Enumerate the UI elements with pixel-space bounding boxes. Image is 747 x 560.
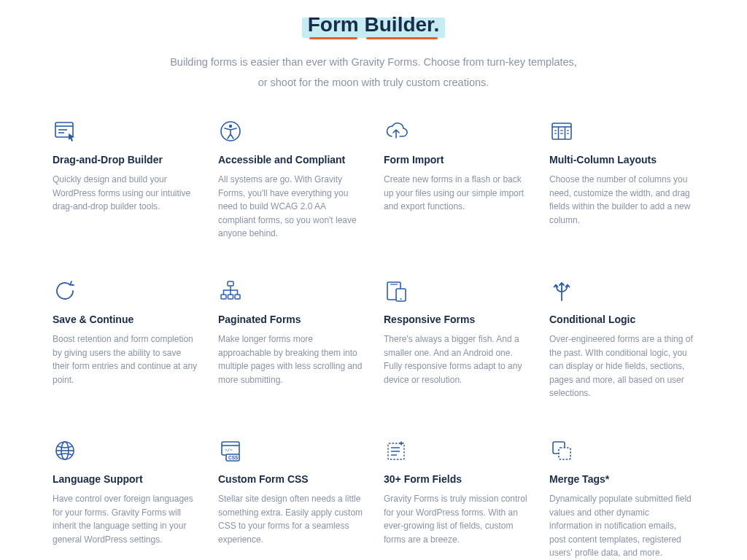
form-fields-icon [384,438,409,463]
feature-title: Accessible and Compliant [218,154,363,166]
css-window-icon [218,438,243,463]
feature-title: Custom Form CSS [218,473,363,485]
feature-card: Conditional LogicOver-engineered forms a… [549,279,694,400]
feature-title: Merge Tags* [549,473,694,485]
feature-card: Merge Tags*Dynamically populate submitte… [549,438,694,560]
page-title: Form Builder. [303,10,444,39]
feature-card: Language SupportHave control over foreig… [53,438,198,560]
feature-card: Custom Form CSSStellar site design often… [218,438,363,560]
page-subtitle: Building forms is easier than ever with … [169,52,578,93]
feature-description: There's always a bigger fish. And a smal… [384,332,529,386]
feature-description: Boost retention and form completion by g… [53,332,198,386]
feature-description: Dynamically populate submitted field val… [549,492,694,560]
feature-description: Choose the number of columns you need, c… [549,173,694,227]
feature-card: Multi-Column LayoutsChoose the number of… [549,119,694,241]
feature-title: Form Import [384,154,529,166]
save-refresh-icon [53,279,77,303]
feature-description: All systems are go. With Gravity Forms, … [218,173,363,241]
feature-card: Accessible and CompliantAll systems are … [218,119,363,241]
accessibility-icon [218,119,243,144]
feature-description: Make longer forms more approachable by b… [218,332,363,386]
feature-title: 30+ Form Fields [384,473,529,485]
cloud-upload-icon [384,119,409,144]
feature-title: Paginated Forms [218,314,363,325]
feature-card: 30+ Form FieldsGravity Forms is truly mi… [384,438,529,560]
feature-card: Form ImportCreate new forms in a flash o… [384,119,529,241]
feature-title: Conditional Logic [549,314,694,325]
feature-description: Create new forms in a flash or back up y… [384,173,529,214]
feature-title: Save & Continue [53,314,198,325]
feature-description: Quickly design and build your WordPress … [53,173,198,214]
feature-card: Responsive FormsThere's always a bigger … [384,279,529,400]
feature-description: Gravity Forms is truly mission control f… [384,492,529,546]
feature-description: Stellar site design often needs a little… [218,492,363,546]
features-grid: Drag-and-Drop BuilderQuickly design and … [53,119,694,560]
title-word-2: Builder. [365,13,440,36]
branching-arrows-icon [549,279,574,303]
responsive-devices-icon [384,279,409,303]
drag-drop-builder-icon [53,119,77,144]
title-word-1: Form [308,13,359,36]
feature-card: Drag-and-Drop BuilderQuickly design and … [53,119,198,241]
feature-title: Responsive Forms [384,314,529,325]
feature-card: Paginated FormsMake longer forms more ap… [218,279,363,400]
hero-section: Form Builder. Building forms is easier t… [53,10,694,93]
feature-card: Save & ContinueBoost retention and form … [53,279,198,400]
feature-title: Multi-Column Layouts [549,154,694,166]
globe-icon [53,438,77,463]
feature-title: Drag-and-Drop Builder [53,154,198,166]
feature-title: Language Support [53,473,198,485]
merge-tags-icon [549,438,574,463]
feature-description: Over-engineered forms are a thing of the… [549,332,694,400]
columns-layout-icon [549,119,574,144]
paginated-tree-icon [218,279,243,303]
feature-description: Have control over foreign languages for … [53,492,198,546]
